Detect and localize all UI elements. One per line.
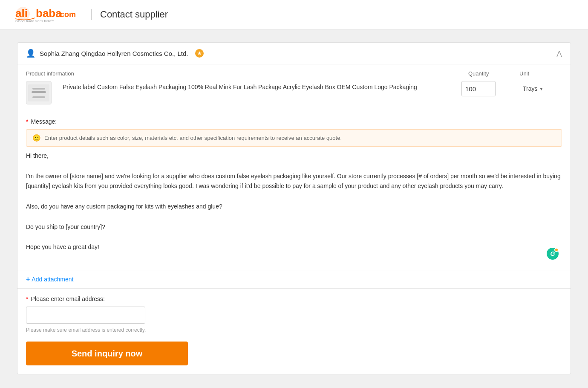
message-hint-box: 😐 Enter product details such as color, s…: [26, 129, 562, 147]
email-section: * Please enter email address: Please mak…: [17, 289, 571, 374]
hint-text: Enter product details such as color, siz…: [44, 135, 342, 141]
product-name: Private label Custom False Eyelash Packa…: [63, 81, 455, 92]
verified-badge: ★: [195, 49, 204, 58]
product-thumbnail: [26, 81, 56, 104]
supplier-person-icon: 👤: [26, 49, 35, 58]
message-section: * Message: 😐 Enter product details such …: [17, 111, 571, 270]
plus-icon: +: [26, 275, 30, 283]
supplier-name: Sophia Zhang Qingdao Hollyren Cosmetics …: [40, 50, 188, 57]
quantity-input[interactable]: [461, 81, 496, 96]
page-content: 👤 Sophia Zhang Qingdao Hollyren Cosmetic…: [0, 29, 588, 387]
unit-value: Trays: [523, 85, 537, 92]
svg-text:.com: .com: [58, 10, 76, 19]
product-info-label: Product information: [26, 70, 468, 77]
product-image-svg: [28, 84, 49, 101]
alibaba-logo: Alibaba .com Global trade starts here™ a…: [13, 5, 81, 24]
supplier-info: 👤 Sophia Zhang Qingdao Hollyren Cosmetic…: [26, 49, 204, 58]
unit-dropdown-arrow: ▼: [539, 87, 543, 91]
add-attachment-button[interactable]: + Add attachment: [26, 275, 73, 283]
email-required-star: *: [26, 295, 28, 302]
grammarly-icon: G: [551, 250, 555, 257]
svg-text:ali: ali: [15, 7, 28, 20]
add-attachment-label: Add attachment: [32, 276, 73, 283]
page-header: Alibaba .com Global trade starts here™ a…: [0, 0, 588, 29]
email-input[interactable]: [26, 307, 145, 324]
quantity-field-col: [461, 81, 513, 96]
unit-selector-col: Trays ▼: [519, 81, 562, 96]
grammarly-badge[interactable]: G: [547, 248, 559, 260]
attachment-section: + Add attachment: [17, 270, 571, 289]
svg-rect-11: [32, 91, 46, 93]
send-inquiry-button[interactable]: Send inquiry now: [26, 342, 188, 365]
page-title: Contact supplier: [91, 9, 168, 20]
supplier-row: 👤 Sophia Zhang Qingdao Hollyren Cosmetic…: [17, 43, 571, 64]
collapse-button[interactable]: ⋀: [556, 49, 562, 58]
svg-rect-12: [32, 88, 45, 90]
email-label: * Please enter email address:: [26, 295, 562, 302]
message-label: * Message:: [26, 118, 562, 125]
message-textarea[interactable]: Hi there, I'm the owner of [store name] …: [26, 151, 562, 262]
grammarly-notification-dot: [554, 248, 559, 252]
email-hint-text: Please make sure email address is entere…: [26, 327, 562, 333]
unit-select-button[interactable]: Trays ▼: [519, 81, 547, 96]
unit-label: Unit: [519, 70, 562, 77]
product-info-labels: Product information Quantity Unit: [17, 64, 571, 81]
required-star: *: [26, 118, 28, 125]
contact-form-card: 👤 Sophia Zhang Qingdao Hollyren Cosmetic…: [17, 42, 571, 374]
quantity-label: Quantity: [468, 70, 519, 77]
svg-rect-13: [32, 96, 45, 98]
product-row: Private label Custom False Eyelash Packa…: [17, 81, 571, 111]
hint-emoji-icon: 😐: [32, 134, 41, 142]
message-box: Hi there, I'm the owner of [store name] …: [26, 151, 562, 263]
